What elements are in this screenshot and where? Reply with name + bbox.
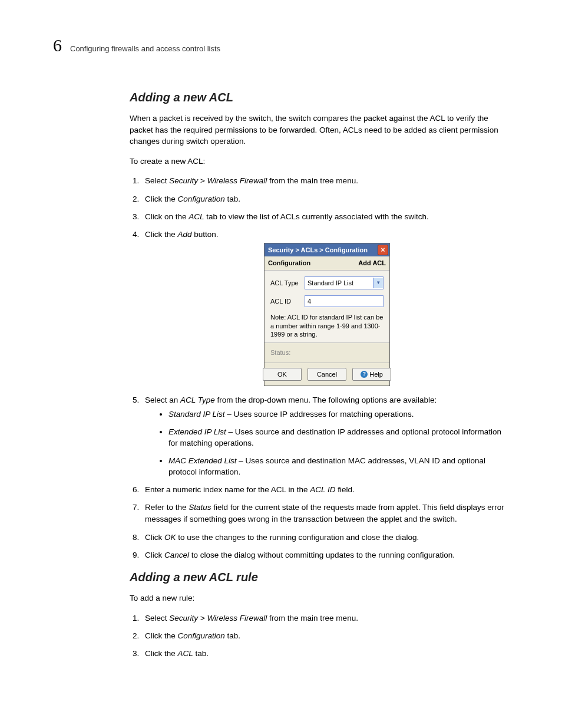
step-3: Click on the ACL tab to view the list of… [141, 211, 509, 223]
acl-id-label: ACL ID [270, 297, 300, 307]
lead-text: To create a new ACL: [130, 156, 509, 167]
step-4: Click the Add button. Security > ACLs > … [141, 229, 509, 386]
steps-list: Select Security > Wireless Firewall from… [130, 175, 509, 561]
bullet-extended-ip: Extended IP List – Uses source and desti… [168, 426, 509, 449]
lead-text-rule: To add a new rule: [130, 592, 509, 604]
bullet-mac-extended: MAC Extended List – Uses source and dest… [168, 455, 509, 478]
rule-step-3: Click the ACL tab. [141, 648, 509, 660]
intro-paragraph: When a packet is received by the switch,… [130, 113, 509, 147]
ok-button[interactable]: OK [263, 368, 302, 381]
dialog-sub-left: Configuration [268, 258, 310, 268]
step-2: Click the Configuration tab. [141, 193, 509, 205]
step-6: Enter a numeric index name for the ACL i… [141, 484, 509, 496]
step-8: Click OK to use the changes to the runni… [141, 532, 509, 543]
rule-step-2: Click the Configuration tab. [141, 630, 509, 642]
cancel-button[interactable]: Cancel [308, 368, 346, 381]
section-title-adding-acl-rule: Adding a new ACL rule [130, 571, 509, 584]
acl-type-label: ACL Type [270, 278, 300, 288]
dialog-subheader: Configuration Add ACL [265, 256, 389, 271]
add-acl-dialog: Security > ACLs > Configuration × Config… [264, 243, 390, 386]
step-1: Select Security > Wireless Firewall from… [141, 175, 509, 187]
dialog-title-text: Security > ACLs > Configuration [268, 245, 368, 255]
page-header: 6 Configuring firewalls and access contr… [53, 35, 509, 55]
acl-id-input[interactable]: 4 [305, 295, 384, 307]
section-title-adding-acl: Adding a new ACL [130, 91, 509, 104]
dialog-sub-right: Add ACL [358, 258, 386, 268]
dialog-note: Note: ACL ID for standard IP list can be… [270, 313, 384, 340]
rule-steps-list: Select Security > Wireless Firewall from… [130, 612, 509, 660]
step-7: Refer to the Status field for the curren… [141, 502, 509, 526]
bullet-standard-ip: Standard IP List – Uses source IP addres… [168, 409, 509, 420]
acl-type-value: Standard IP List [308, 278, 353, 288]
dialog-titlebar: Security > ACLs > Configuration × [265, 243, 389, 256]
chevron-down-icon: ▾ [373, 278, 383, 288]
help-button[interactable]: ? Help [352, 368, 391, 381]
status-label: Status: [265, 342, 389, 363]
close-icon[interactable]: × [378, 245, 388, 255]
acl-type-dropdown[interactable]: Standard IP List ▾ [305, 276, 384, 289]
step-5: Select an ACL Type from the drop-down me… [141, 394, 509, 478]
header-title: Configuring firewalls and access control… [70, 44, 220, 53]
rule-step-1: Select Security > Wireless Firewall from… [141, 612, 509, 624]
page-number: 6 [53, 35, 62, 55]
step-9: Click Cancel to close the dialog without… [141, 549, 509, 561]
help-icon: ? [361, 371, 368, 378]
